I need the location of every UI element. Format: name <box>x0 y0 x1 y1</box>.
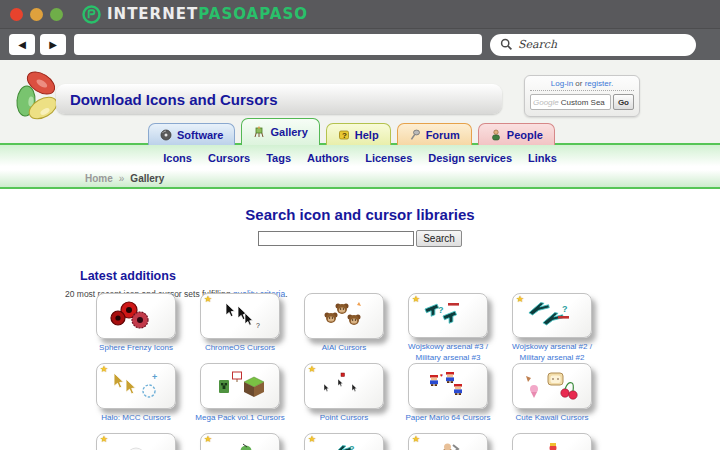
register-link[interactable]: register. <box>585 79 613 88</box>
tab-help[interactable]: ? Help <box>326 123 391 145</box>
library-search-input[interactable] <box>258 231 414 246</box>
card-label[interactable]: Mega Pack vol.1 Cursors <box>191 413 289 423</box>
browser-search-box[interactable]: Search <box>490 34 696 56</box>
gallery-card[interactable]: ★? <box>408 293 488 338</box>
webpage: Download Icons and Cursors Log-in or reg… <box>0 60 720 450</box>
gallery-card[interactable] <box>512 433 592 450</box>
google-custom-search-input[interactable]: Google Custom Sea <box>530 94 611 110</box>
gallery-card[interactable] <box>200 363 280 409</box>
brand-text-primary: INTERNET <box>107 5 198 23</box>
partial4-thumbnail <box>417 441 479 450</box>
card-label[interactable]: Cute Kawaii Cursors <box>503 413 601 423</box>
site-logo[interactable] <box>12 70 62 126</box>
halo-thumbnail: + <box>105 371 167 401</box>
page-title: Download Icons and Cursors <box>70 91 278 108</box>
people-person-icon <box>490 129 502 141</box>
featured-star-icon: ★ <box>204 435 212 444</box>
nav-link-design-services[interactable]: Design services <box>428 152 512 164</box>
tab-software-label: Software <box>177 129 223 141</box>
gallery-cell: ★ <box>396 433 500 450</box>
back-arrow-icon: ◀ <box>18 39 26 50</box>
back-button[interactable]: ◀ <box>9 34 35 55</box>
tab-forum[interactable]: Forum <box>397 123 472 145</box>
nav-link-licenses[interactable]: Licenses <box>365 152 412 164</box>
card-label[interactable]: ChromeOS Cursors <box>191 343 289 353</box>
card-label[interactable]: Wojskowy arsenal #2 / Military arsenal #… <box>503 342 601 363</box>
software-disc-icon <box>160 129 172 141</box>
nav-link-icons[interactable]: Icons <box>163 152 192 164</box>
card-label[interactable]: Halo: MCC Cursors <box>87 413 185 423</box>
gallery-cell: ★ <box>84 433 188 450</box>
gallery-card[interactable] <box>512 363 592 409</box>
card-label[interactable]: Point Cursors <box>295 413 393 423</box>
spheres-thumbnail <box>105 301 167 331</box>
featured-star-icon: ★ <box>412 435 420 444</box>
card-label[interactable]: AiAi Cursors <box>295 343 393 353</box>
gallery-card[interactable]: ★ <box>304 363 384 409</box>
library-search-form: Search <box>0 230 720 247</box>
main-content: Search icon and cursor libraries Search … <box>0 189 720 450</box>
login-link[interactable]: Log-in <box>551 79 573 88</box>
gallery-cell: ★?Wojskowy arsenal #3 / Military arsenal… <box>396 293 500 363</box>
gallery-card[interactable] <box>304 293 384 339</box>
tab-gallery[interactable]: Gallery <box>241 118 319 145</box>
tab-software[interactable]: Software <box>148 123 235 145</box>
card-label[interactable]: Paper Mario 64 Cursors <box>399 413 497 423</box>
svg-text:♥: ♥ <box>440 372 443 378</box>
maximize-window-icon[interactable] <box>50 8 63 21</box>
brand-text-accent: PASOAPASO <box>198 5 308 23</box>
svg-text:?: ? <box>349 444 355 450</box>
tab-people-label: People <box>507 129 543 141</box>
internetpasoapaso-logo: INTERNETPASOAPASO <box>82 5 308 24</box>
featured-star-icon: ★ <box>204 295 212 304</box>
help-book-icon: ? <box>338 129 350 141</box>
brand-ring-icon <box>82 5 101 24</box>
tab-people[interactable]: People <box>478 123 555 145</box>
featured-star-icon: ★ <box>516 295 524 304</box>
gallery-card[interactable]: ★? <box>304 433 384 450</box>
tab-forum-label: Forum <box>426 129 460 141</box>
gallery-card[interactable]: ★+ <box>96 363 176 409</box>
close-window-icon[interactable] <box>10 8 23 21</box>
nav-link-authors[interactable]: Authors <box>307 152 349 164</box>
gallery-cell: Cute Kawaii Cursors <box>500 363 604 433</box>
partial1-thumbnail <box>105 441 167 450</box>
minimize-window-icon[interactable] <box>30 8 43 21</box>
nav-link-tags[interactable]: Tags <box>266 152 291 164</box>
gallery-card[interactable]: ★ <box>408 433 488 450</box>
nav-link-cursors[interactable]: Cursors <box>208 152 250 164</box>
browser-toolbar: ◀ ▶ Search <box>0 28 720 60</box>
points-thumbnail <box>313 371 375 401</box>
google-go-button[interactable]: Go <box>613 94 634 110</box>
latest-grid: Sphere Frenzy Icons★?ChromeOS CursorsAiA… <box>84 293 604 450</box>
gallery-card[interactable] <box>96 293 176 339</box>
library-search-button[interactable]: Search <box>416 230 462 247</box>
card-label[interactable]: Sphere Frenzy Icons <box>87 343 185 353</box>
gallery-cell: ★ <box>188 433 292 450</box>
page-title-bar: Download Icons and Cursors <box>56 84 502 114</box>
gallery-card[interactable]: ♥ <box>408 363 488 409</box>
featured-star-icon: ★ <box>100 435 108 444</box>
nav-link-links[interactable]: Links <box>528 152 557 164</box>
gallery-cell: Mega Pack vol.1 Cursors <box>188 363 292 433</box>
partial5-thumbnail <box>521 441 583 450</box>
forum-microphone-icon <box>409 129 421 141</box>
gallery-card[interactable]: ★? <box>200 293 280 339</box>
address-bar[interactable] <box>74 34 482 55</box>
search-icon <box>500 38 513 51</box>
featured-star-icon: ★ <box>100 365 108 374</box>
breadcrumb-separator: » <box>119 173 125 184</box>
monkeys-thumbnail <box>313 301 375 331</box>
gallery-card[interactable]: ★ <box>96 433 176 450</box>
forward-button[interactable]: ▶ <box>40 34 66 55</box>
breadcrumb-home-link[interactable]: Home <box>85 173 113 184</box>
card-label[interactable]: Wojskowy arsenal #3 / Military arsenal #… <box>399 342 497 363</box>
gallery-card[interactable]: ★? <box>512 293 592 338</box>
search-libraries-heading: Search icon and cursor libraries <box>0 206 720 223</box>
gallery-card[interactable]: ★ <box>200 433 280 450</box>
partial2-thumbnail <box>209 441 271 450</box>
breadcrumb-current: Gallery <box>130 173 164 184</box>
window-titlebar: INTERNETPASOAPASO <box>0 0 720 28</box>
partial3-thumbnail: ? <box>313 441 375 450</box>
gallery-cell: ★+Halo: MCC Cursors <box>84 363 188 433</box>
